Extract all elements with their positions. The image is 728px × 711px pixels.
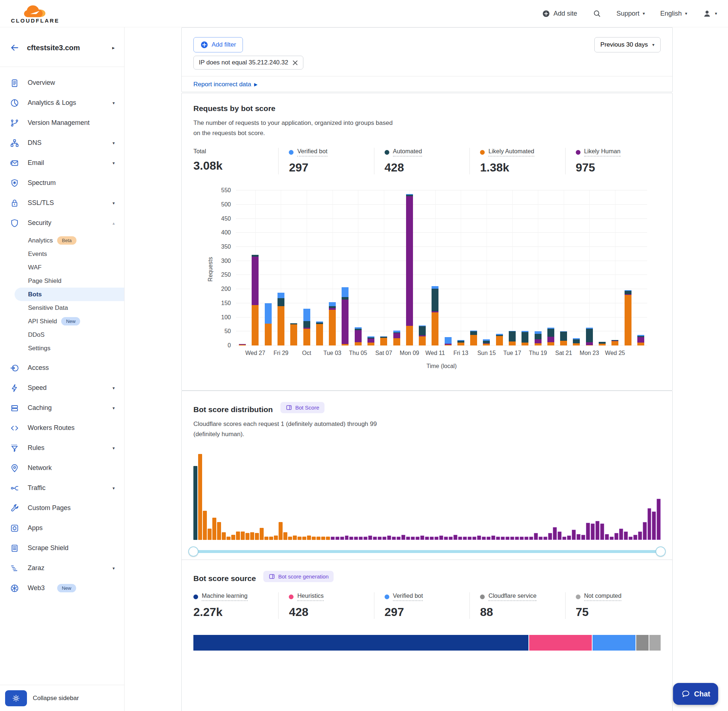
histogram-bar-score-60 — [473, 537, 476, 540]
bar-slot — [429, 190, 442, 345]
sidebar-item-rules[interactable]: Rules▾ — [0, 438, 124, 458]
slider-handle-min[interactable] — [188, 546, 198, 557]
bar-slot — [275, 190, 287, 345]
add-site-button[interactable]: Add site — [542, 9, 577, 18]
sidebar-item-bots[interactable]: Bots — [15, 288, 124, 301]
date-range-dropdown[interactable]: Previous 30 days ▾ — [594, 37, 661, 52]
stat-label[interactable]: Verified bot — [393, 592, 423, 601]
histogram-bar-score-77 — [553, 527, 557, 540]
bot-score-docs-badge[interactable]: Bot Score — [281, 402, 325, 413]
histogram-bar-score-96 — [643, 522, 647, 540]
stacked-bar — [329, 302, 336, 345]
sidebar-item-ssl-tls[interactable]: SSL/TLS▾ — [0, 193, 124, 213]
sidebar-item-events[interactable]: Events — [0, 247, 124, 261]
histogram-bar-score-52 — [434, 537, 439, 540]
account-menu[interactable]: ▾ — [703, 9, 717, 18]
histogram-bar-score-15 — [260, 528, 264, 540]
source-card-title: Bot score source — [193, 574, 256, 583]
stat-label[interactable]: Machine learning — [202, 592, 248, 601]
x-axis-tick: Thu 19 — [529, 350, 547, 356]
sidebar-item-security[interactable]: Security▴ — [0, 213, 124, 233]
histogram-bar-score-38 — [368, 535, 372, 540]
sidebar-item-waf[interactable]: WAF — [0, 261, 124, 274]
stat-label[interactable]: Heuristics — [297, 592, 323, 601]
stacked-bar — [239, 344, 246, 345]
stat-label[interactable]: Cloudflare service — [488, 592, 536, 601]
sidebar-item-analytics-logs[interactable]: Analytics & Logs▾ — [0, 93, 124, 113]
sidebar-item-caching[interactable]: Caching▾ — [0, 398, 124, 418]
add-filter-button[interactable]: Add filter — [193, 37, 243, 52]
sidebar-item-zaraz[interactable]: Zaraz▾ — [0, 558, 124, 578]
bar-slot — [262, 190, 275, 345]
sidebar-item-label: Zaraz — [28, 564, 44, 572]
distribution-card-title: Bot score distribution — [193, 405, 273, 413]
bot-score-generation-badge[interactable]: Bot score generation — [263, 571, 334, 582]
sidebar-item-custom-pages[interactable]: Custom Pages — [0, 498, 124, 518]
x-axis-tick: Tue 17 — [503, 350, 521, 356]
source-badge-label: Bot score generation — [278, 573, 328, 580]
x-axis-tick: Mon 23 — [580, 350, 599, 356]
stat-label[interactable]: Verified bot — [297, 148, 328, 156]
histogram-bar-score-9 — [231, 535, 235, 540]
bar-slot — [339, 190, 351, 345]
chevron-up-icon: ▴ — [112, 221, 115, 226]
stat-label[interactable]: Not computed — [584, 592, 622, 601]
stat-label[interactable]: Likely Automated — [488, 148, 534, 156]
sidebar-item-label: DDoS — [28, 331, 44, 339]
bar-slot — [416, 190, 429, 345]
sidebar-item-settings[interactable]: Settings — [0, 341, 124, 355]
sidebar-item-overview[interactable]: Overview — [0, 73, 124, 93]
close-icon[interactable] — [292, 60, 298, 65]
histogram-bar-score-62 — [482, 537, 486, 540]
sidebar-item-ddos[interactable]: DDoS — [0, 328, 124, 341]
settings-gear-button[interactable] — [5, 690, 27, 706]
bar-segment-automated — [483, 341, 490, 343]
collapse-sidebar-button[interactable]: Collapse sidebar — [33, 695, 79, 702]
histogram-bar-score-4 — [208, 529, 211, 540]
cloudflare-logo[interactable]: CLOUDFLARE — [11, 4, 59, 23]
back-arrow-icon[interactable] — [9, 43, 20, 53]
sidebar-item-analytics[interactable]: AnalyticsBeta — [0, 234, 124, 247]
chevron-down-icon: ▾ — [112, 385, 115, 391]
stacked-bar — [444, 337, 452, 345]
sidebar-item-speed[interactable]: Speed▾ — [0, 378, 124, 398]
sidebar-item-sensitive-data[interactable]: Sensitive Data — [0, 301, 124, 314]
sidebar-item-spectrum[interactable]: Spectrum — [0, 173, 124, 193]
filter-chip[interactable]: IP does not equal 35.212.240.32 — [193, 56, 303, 69]
bar-slot — [236, 190, 249, 345]
histogram-bar-score-88 — [605, 534, 609, 540]
language-menu[interactable]: English ▾ — [660, 10, 687, 18]
report-incorrect-data-link[interactable]: Report incorrect data ▶ — [193, 81, 257, 88]
support-menu[interactable]: Support ▾ — [617, 10, 645, 18]
sidebar-item-email[interactable]: Email▾ — [0, 153, 124, 173]
sidebar-item-version-management[interactable]: Version Management — [0, 113, 124, 133]
sidebar-item-dns[interactable]: DNS▾ — [0, 133, 124, 153]
sidebar-item-scrape-shield[interactable]: Scrape Shield — [0, 538, 124, 558]
stacked-bar — [316, 322, 323, 345]
stat-label[interactable]: Likely Human — [584, 148, 620, 156]
bolt-icon — [9, 384, 20, 393]
sidebar-item-traffic[interactable]: Traffic▾ — [0, 478, 124, 498]
sidebar-item-apps[interactable]: Apps — [0, 518, 124, 538]
bar-segment-automated — [431, 289, 439, 311]
chevron-right-icon[interactable]: ▸ — [112, 45, 115, 51]
histogram-bar-score-37 — [363, 537, 368, 540]
sidebar-item-access[interactable]: Access — [0, 358, 124, 378]
slider-handle-max[interactable] — [656, 546, 666, 557]
histogram-bar-score-99 — [657, 499, 661, 540]
site-selector[interactable]: cftestsite3.com ▸ — [0, 27, 124, 67]
sidebar-item-page-shield[interactable]: Page Shield — [0, 274, 124, 288]
slider-track[interactable] — [193, 550, 661, 553]
bar-segment-likely_human — [535, 339, 542, 343]
histogram-bar-score-90 — [614, 533, 619, 540]
sidebar-item-web3[interactable]: Web3New — [0, 578, 124, 598]
search-button[interactable] — [592, 9, 601, 18]
histogram-bar-score-10 — [236, 531, 240, 540]
sidebar-item-workers-routes[interactable]: Workers Routes — [0, 418, 124, 438]
histogram-bar-score-89 — [610, 537, 614, 540]
stat-label[interactable]: Automated — [393, 148, 422, 156]
sidebar-item-network[interactable]: Network — [0, 458, 124, 478]
sidebar-item-api-shield[interactable]: API ShieldNew — [0, 314, 124, 328]
site-name: cftestsite3.com — [27, 44, 105, 52]
chat-button[interactable]: Chat — [673, 683, 718, 705]
